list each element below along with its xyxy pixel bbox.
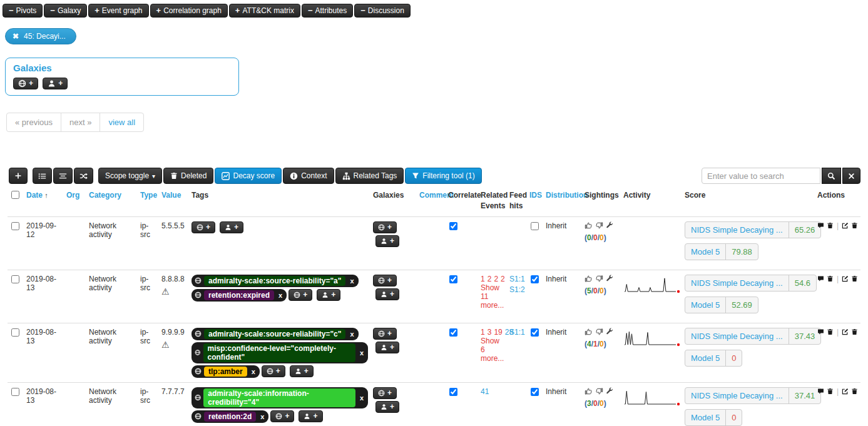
related-event-link[interactable]: 2 (501, 275, 505, 283)
remove-tag-button[interactable]: x (277, 292, 284, 299)
thumbs-up-icon[interactable] (585, 221, 593, 230)
tag-pill[interactable]: retention:2dx (191, 410, 268, 423)
search-button[interactable] (822, 168, 841, 184)
context-button[interactable]: Context (283, 168, 334, 184)
pivot-pill[interactable]: ✖ 45: Decayi... (5, 28, 76, 44)
remove-tag-button[interactable]: x (348, 277, 355, 285)
column-header-date[interactable]: Date ↑ (24, 186, 64, 216)
wrench-icon[interactable] (606, 221, 613, 229)
ids-checkbox[interactable] (531, 388, 539, 396)
column-header-distribution[interactable]: Distribution (543, 186, 582, 216)
ids-checkbox[interactable] (531, 328, 539, 337)
clear-search-button[interactable] (842, 168, 860, 184)
feed-hit-link[interactable]: S1:2 (509, 285, 524, 294)
add-tag-button[interactable]: + (288, 289, 312, 301)
row-select-checkbox[interactable] (11, 388, 19, 396)
feed-hit-link[interactable]: S1:1 (509, 275, 524, 283)
remove-tag-button[interactable]: x (348, 330, 355, 338)
delete-icon[interactable] (851, 387, 858, 395)
row-select-checkbox[interactable] (11, 275, 19, 283)
column-header-ids[interactable]: IDS (527, 186, 543, 216)
related-tags-button[interactable]: Related Tags (335, 168, 404, 184)
correlate-checkbox[interactable] (449, 222, 457, 230)
edit-icon[interactable] (842, 328, 849, 336)
add-galaxy-button[interactable]: + (373, 328, 397, 340)
ids-checkbox[interactable] (531, 275, 539, 283)
edit-icon[interactable] (842, 387, 849, 395)
close-icon[interactable]: ✖ (13, 32, 19, 41)
column-header-type[interactable]: Type (138, 186, 159, 216)
comment-icon[interactable] (817, 275, 824, 283)
thumbs-down-icon[interactable] (595, 221, 603, 230)
wrench-icon[interactable] (606, 387, 613, 395)
tag-pill[interactable]: misp:confidence-level="completely-confid… (191, 342, 368, 363)
remove-tag-button[interactable]: x (258, 413, 266, 420)
search-input[interactable] (702, 168, 820, 184)
edit-icon[interactable] (842, 275, 849, 283)
deleted-button[interactable]: Deleted (163, 168, 213, 184)
add-sighting-trash-icon[interactable] (827, 328, 834, 336)
related-event-link[interactable]: 19 (494, 328, 502, 337)
comment-icon[interactable] (817, 328, 824, 336)
column-header-category[interactable]: Category (86, 186, 138, 216)
thumbs-down-icon[interactable] (595, 387, 603, 395)
tag-pill[interactable]: retention:expiredx (191, 289, 287, 302)
tag-pill[interactable]: admiralty-scale:source-reliability="a"x (191, 275, 359, 287)
thumbs-up-icon[interactable] (585, 275, 593, 283)
column-header-comment[interactable]: Comment (417, 186, 446, 216)
add-local-galaxy-button[interactable]: + (43, 78, 68, 89)
related-event-link[interactable]: 2 (494, 275, 498, 283)
add-galaxy-button[interactable]: + (13, 78, 38, 89)
thumbs-up-icon[interactable] (585, 387, 593, 395)
add-galaxy-button[interactable]: + (373, 387, 397, 399)
related-event-link[interactable]: 2 (488, 275, 492, 283)
delete-icon[interactable] (851, 221, 858, 230)
add-tag-button[interactable]: + (191, 221, 215, 233)
view-all-button[interactable]: view all (100, 113, 144, 132)
wrench-icon[interactable] (606, 275, 613, 282)
scope-toggle-button[interactable]: Scope toggle ▾ (98, 168, 162, 184)
related-event-link[interactable]: 41 (481, 387, 489, 396)
add-sighting-trash-icon[interactable] (827, 275, 834, 283)
correlate-checkbox[interactable] (449, 328, 457, 337)
column-header-value[interactable]: Value (159, 186, 189, 216)
add-local-tag-button[interactable]: + (317, 289, 340, 301)
thumbs-down-icon[interactable] (595, 328, 603, 336)
tab-att-ck-matrix[interactable]: +ATT&CK matrix (229, 4, 300, 18)
add-local-tag-button[interactable]: + (299, 410, 322, 422)
ids-checkbox[interactable] (531, 222, 539, 230)
remove-tag-button[interactable]: x (358, 394, 365, 402)
condensed-view-button[interactable] (53, 168, 73, 184)
thumbs-up-icon[interactable] (585, 328, 593, 336)
add-local-tag-button[interactable]: + (220, 221, 243, 233)
tab-pivots[interactable]: −Pivots (3, 4, 43, 18)
feed-hit-link[interactable]: S1:1 (509, 328, 524, 337)
tag-pill[interactable]: admiralty-scale:information-credibility=… (191, 387, 368, 408)
add-tag-button[interactable]: + (270, 410, 294, 422)
add-tag-button[interactable]: + (262, 365, 285, 377)
add-galaxy-button[interactable]: + (373, 221, 397, 233)
delete-icon[interactable] (851, 328, 858, 336)
tab-discussion[interactable]: −Discussion (354, 4, 411, 18)
tab-attributes[interactable]: −Attributes (302, 4, 353, 18)
show-more-link[interactable]: Show 11 more... (481, 283, 504, 310)
shuffle-view-button[interactable] (74, 168, 93, 184)
related-event-link[interactable]: 1 (481, 275, 485, 283)
edit-icon[interactable] (842, 221, 849, 230)
add-local-tag-button[interactable]: + (290, 365, 314, 377)
tab-correlation-graph[interactable]: +Correlation graph (150, 4, 228, 18)
show-more-link[interactable]: Show 6 more... (481, 337, 504, 363)
add-sighting-trash-icon[interactable] (827, 387, 834, 395)
filtering-tool-button[interactable]: Filtering tool (1) (405, 168, 481, 184)
add-local-galaxy-button[interactable]: + (375, 401, 399, 413)
decay-score-button[interactable]: Decay score (215, 168, 282, 184)
comment-icon[interactable] (817, 387, 824, 395)
correlate-checkbox[interactable] (449, 275, 457, 283)
next-page-button[interactable]: next » (61, 113, 100, 132)
related-event-link[interactable]: 1 (481, 328, 485, 337)
add-sighting-trash-icon[interactable] (827, 221, 834, 230)
wrench-icon[interactable] (606, 328, 613, 335)
remove-tag-button[interactable]: x (358, 349, 365, 357)
related-event-link[interactable]: 3 (488, 328, 492, 337)
add-attribute-button[interactable] (9, 168, 28, 184)
